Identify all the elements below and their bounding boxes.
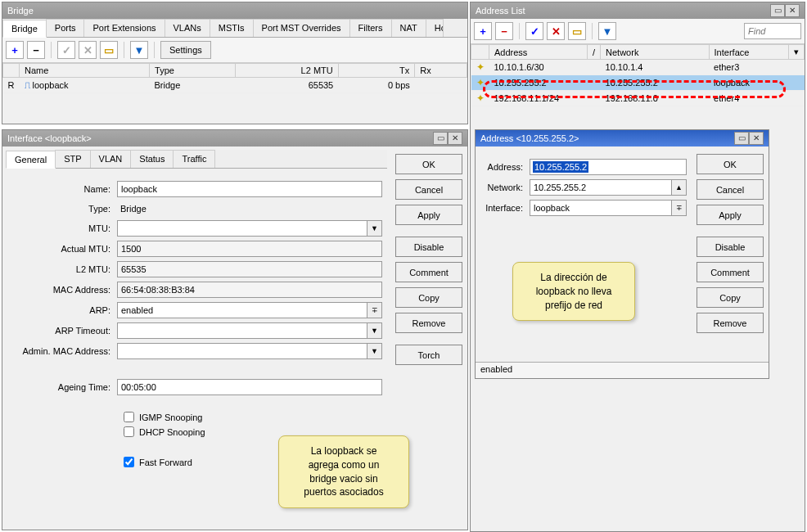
remove-button[interactable]: Remove	[697, 313, 764, 333]
col-name[interactable]: Name	[20, 64, 150, 78]
arp-to-field[interactable]	[117, 322, 367, 339]
l2mtu-label: L2 MTU:	[11, 264, 117, 274]
cell-address: 10.255.255.2	[489, 75, 588, 91]
tab-bridge[interactable]: Bridge	[2, 20, 47, 38]
torch-button[interactable]: Torch	[395, 345, 462, 365]
table-row[interactable]: ✦ 10.10.1.6/30 10.10.1.4 ether3	[471, 60, 805, 75]
apply-button[interactable]: Apply	[395, 205, 462, 225]
arp-label: ARP:	[11, 305, 117, 315]
col-address[interactable]: Address	[489, 45, 588, 60]
addr-grid: Address / Network Interface ▾ ✦ 10.10.1.…	[471, 44, 805, 106]
close-icon[interactable]: ✕	[749, 132, 764, 145]
tab-portext[interactable]: Port Extensions	[83, 19, 165, 37]
addr-title: Address <10.255.255.2>	[480, 130, 579, 147]
name-field[interactable]	[117, 181, 382, 197]
dropdown-icon[interactable]: ▼	[367, 322, 382, 339]
find-input[interactable]	[744, 23, 801, 39]
cell-address: 10.10.1.6/30	[489, 60, 588, 75]
arp-field[interactable]	[117, 302, 367, 318]
settings-button[interactable]: Settings	[160, 41, 211, 59]
dropdown-icon[interactable]: ▼	[367, 343, 382, 359]
tab-mstis[interactable]: MSTIs	[210, 19, 254, 37]
network-label: Network:	[480, 183, 530, 192]
l2mtu-field[interactable]	[117, 261, 382, 277]
cancel-button[interactable]: Cancel	[697, 179, 764, 200]
col-rx[interactable]: Rx	[415, 64, 467, 78]
tab-vlan[interactable]: VLAN	[90, 150, 132, 168]
tab-vlans[interactable]: VLANs	[165, 19, 210, 37]
tab-hosts[interactable]: Ho	[426, 19, 444, 37]
cell-interface: ether3	[709, 60, 788, 75]
network-field[interactable]	[530, 179, 672, 196]
address-icon: ✦	[476, 92, 485, 104]
col-type[interactable]: Type	[150, 64, 236, 78]
actual-mtu-field[interactable]	[117, 241, 382, 257]
close-icon[interactable]: ✕	[448, 132, 462, 145]
dropdown-icon[interactable]: ∓	[672, 200, 687, 216]
igmp-checkbox[interactable]	[124, 412, 134, 422]
comment-button[interactable]: Comment	[697, 262, 764, 282]
addr-list-titlebar: Address List ▭ ✕	[471, 2, 805, 19]
col-l2mtu[interactable]: L2 MTU	[236, 64, 338, 78]
table-row[interactable]: ✦ 192.168.11.1/24 192.168.11.0 ether4	[471, 91, 805, 106]
tab-ports[interactable]: Ports	[46, 19, 85, 37]
remove-button[interactable]: Remove	[395, 313, 462, 333]
comment-button[interactable]: Comment	[395, 262, 462, 282]
disable-button[interactable]: Disable	[697, 237, 764, 257]
comment-icon[interactable]: ▭	[568, 22, 586, 40]
status-text: enabled	[480, 364, 512, 374]
add-icon[interactable]: +	[6, 41, 24, 59]
table-row[interactable]: R ⎍ loopback Bridge 65535 0 bps	[3, 78, 467, 93]
admin-mac-field[interactable]	[117, 343, 367, 359]
tab-traffic[interactable]: Traffic	[173, 150, 215, 168]
ff-checkbox[interactable]	[124, 457, 134, 467]
tab-stp[interactable]: STP	[55, 150, 90, 168]
remove-icon[interactable]: −	[27, 41, 45, 59]
ok-button[interactable]: OK	[395, 154, 462, 174]
cancel-button[interactable]: Cancel	[395, 179, 462, 200]
bridge-titlebar: Bridge	[2, 2, 467, 19]
minimize-icon[interactable]: ▭	[433, 132, 448, 145]
expand-icon[interactable]: ▲	[672, 179, 687, 196]
col-interface[interactable]: Interface	[709, 45, 788, 60]
cell-network: 192.168.11.0	[601, 91, 710, 106]
tab-portmst[interactable]: Port MST Overrides	[253, 19, 350, 37]
close-icon[interactable]: ✕	[785, 4, 800, 17]
ageing-field[interactable]	[117, 379, 382, 395]
filter-icon[interactable]: ▼	[598, 22, 616, 40]
tab-nat[interactable]: NAT	[391, 19, 426, 37]
bridge-title: Bridge	[7, 2, 34, 19]
minimize-icon[interactable]: ▭	[734, 132, 749, 145]
tab-status[interactable]: Status	[130, 150, 174, 168]
disable-icon[interactable]: ✕	[547, 22, 565, 40]
dropdown-icon[interactable]: ▼	[367, 220, 382, 237]
callout-right: La dirección de loopback no lleva prefij…	[512, 262, 635, 321]
bridge-tabs: Bridge Ports Port Extensions VLANs MSTIs…	[2, 19, 467, 38]
columns-menu[interactable]: ▾	[789, 45, 805, 60]
tab-filters[interactable]: Filters	[349, 19, 392, 37]
copy-button[interactable]: Copy	[395, 287, 462, 308]
disable-icon[interactable]: ✕	[79, 41, 97, 59]
tab-general[interactable]: General	[6, 151, 56, 169]
table-row-selected[interactable]: ✦ 10.255.255.2 10.255.255.2 loopback	[471, 75, 805, 91]
apply-button[interactable]: Apply	[697, 205, 764, 225]
col-network[interactable]: Network	[601, 45, 710, 60]
callout-left: La loopback se agrega como un bridge vac…	[278, 435, 409, 508]
enable-icon[interactable]: ✓	[57, 41, 75, 59]
mtu-field[interactable]	[117, 220, 367, 237]
ok-button[interactable]: OK	[697, 154, 764, 174]
minimize-icon[interactable]: ▭	[770, 4, 785, 17]
col-tx[interactable]: Tx	[338, 64, 415, 78]
filter-icon[interactable]: ▼	[130, 41, 148, 59]
add-icon[interactable]: +	[474, 22, 492, 40]
copy-button[interactable]: Copy	[697, 287, 764, 308]
dhcp-checkbox[interactable]	[124, 426, 134, 437]
dropdown-icon[interactable]: ∓	[367, 302, 382, 318]
remove-icon[interactable]: −	[495, 22, 513, 40]
dhcp-label: DHCP Snooping	[139, 427, 205, 437]
disable-button[interactable]: Disable	[395, 237, 462, 257]
comment-icon[interactable]: ▭	[100, 41, 118, 59]
enable-icon[interactable]: ✓	[525, 22, 543, 40]
interface-field[interactable]	[530, 200, 672, 216]
mac-field[interactable]	[117, 282, 382, 298]
